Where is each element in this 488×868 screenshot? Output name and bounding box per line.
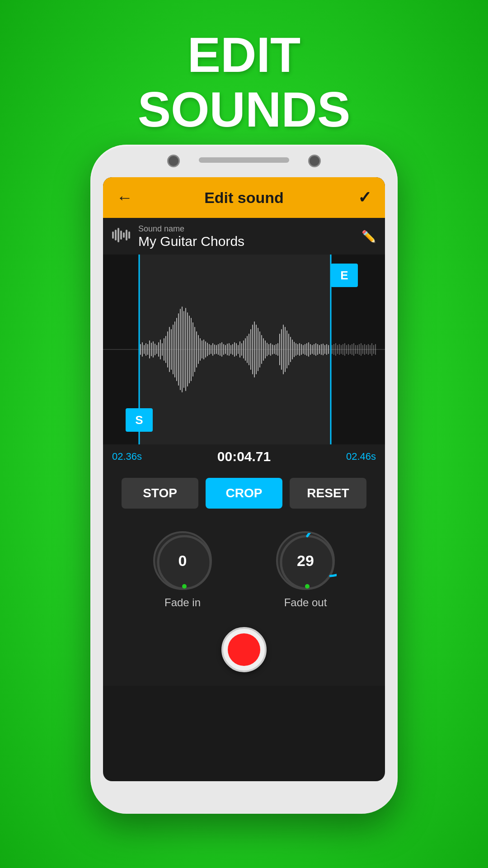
time-current: 00:04.71 <box>217 449 271 464</box>
svg-rect-56 <box>221 342 222 357</box>
svg-rect-47 <box>205 341 206 358</box>
svg-rect-62 <box>232 344 233 355</box>
svg-rect-115 <box>328 345 329 354</box>
svg-rect-106 <box>312 345 313 354</box>
svg-rect-102 <box>305 344 305 355</box>
svg-rect-70 <box>247 336 248 363</box>
record-button[interactable] <box>221 627 267 672</box>
svg-rect-86 <box>276 344 277 355</box>
svg-rect-33 <box>180 309 181 390</box>
svg-rect-91 <box>285 327 286 372</box>
svg-rect-139 <box>373 345 374 354</box>
svg-rect-81 <box>267 343 267 356</box>
svg-rect-88 <box>279 334 280 365</box>
svg-rect-5 <box>126 230 127 241</box>
svg-rect-94 <box>290 337 291 362</box>
svg-rect-85 <box>274 345 275 354</box>
confirm-button[interactable]: ✓ <box>358 188 371 207</box>
svg-rect-13 <box>144 345 145 354</box>
edit-name-button[interactable]: ✏️ <box>361 230 376 244</box>
svg-rect-135 <box>366 345 367 354</box>
svg-rect-95 <box>292 340 293 359</box>
crop-button[interactable]: CROP <box>206 478 282 509</box>
svg-rect-76 <box>258 328 258 371</box>
svg-rect-107 <box>314 344 314 355</box>
svg-rect-93 <box>288 334 289 365</box>
svg-rect-53 <box>216 345 217 354</box>
svg-rect-45 <box>202 340 202 359</box>
svg-rect-46 <box>203 340 204 359</box>
svg-rect-63 <box>234 342 235 357</box>
svg-rect-66 <box>239 341 240 358</box>
svg-rect-2 <box>117 228 119 242</box>
svg-rect-16 <box>149 340 150 359</box>
time-row: 02.36s 00:04.71 02.46s <box>103 444 385 469</box>
svg-rect-27 <box>169 327 170 372</box>
svg-rect-78 <box>261 335 262 364</box>
svg-rect-32 <box>178 313 179 386</box>
svg-point-149 <box>281 536 333 589</box>
fade-in-label: Fade in <box>164 596 201 609</box>
svg-rect-140 <box>375 344 376 355</box>
svg-rect-22 <box>160 340 161 359</box>
svg-rect-111 <box>321 344 322 355</box>
waveform-container: S E <box>103 255 385 444</box>
sound-name-label: Sound name <box>138 224 244 234</box>
svg-rect-123 <box>344 343 345 356</box>
svg-rect-108 <box>315 343 316 356</box>
time-end: 02.46s <box>346 451 376 462</box>
svg-rect-74 <box>254 321 255 377</box>
knobs-row: 0 Fade in 29 <box>103 518 385 618</box>
svg-rect-24 <box>164 338 164 361</box>
svg-rect-116 <box>332 345 333 354</box>
svg-rect-58 <box>225 345 226 354</box>
svg-text:S: S <box>135 413 143 427</box>
svg-rect-37 <box>187 312 188 387</box>
svg-rect-65 <box>238 345 239 354</box>
svg-rect-59 <box>227 344 228 355</box>
app-bar: ← Edit sound ✓ <box>103 177 385 218</box>
sound-name-info: Sound name My Guitar Chords <box>138 224 244 249</box>
svg-rect-100 <box>301 344 302 355</box>
svg-rect-128 <box>353 343 354 356</box>
svg-rect-99 <box>299 343 300 356</box>
phone-camera-left <box>167 155 180 167</box>
svg-rect-51 <box>212 343 213 356</box>
reset-button[interactable]: RESET <box>290 478 366 509</box>
svg-rect-124 <box>346 345 347 354</box>
fade-in-knob[interactable]: 0 <box>153 531 212 590</box>
svg-rect-69 <box>245 338 246 361</box>
svg-rect-15 <box>147 344 148 355</box>
svg-rect-121 <box>341 345 342 354</box>
stop-button[interactable]: STOP <box>122 478 198 509</box>
svg-rect-67 <box>241 343 242 356</box>
svg-rect-98 <box>297 344 298 355</box>
svg-rect-49 <box>209 344 210 355</box>
svg-rect-14 <box>145 343 146 356</box>
svg-rect-34 <box>182 307 183 392</box>
svg-rect-28 <box>171 329 172 370</box>
svg-rect-114 <box>326 344 327 355</box>
svg-rect-3 <box>120 231 122 240</box>
svg-rect-133 <box>362 345 363 354</box>
svg-rect-89 <box>281 329 282 370</box>
svg-rect-54 <box>218 344 219 355</box>
fade-out-knob[interactable]: 29 <box>276 531 335 590</box>
buttons-row: STOP CROP RESET <box>103 469 385 518</box>
fade-in-knob-container: 0 Fade in <box>153 531 212 609</box>
svg-rect-132 <box>361 343 361 356</box>
svg-rect-82 <box>268 344 269 355</box>
svg-rect-136 <box>368 344 369 355</box>
svg-rect-113 <box>324 345 325 354</box>
svg-point-150 <box>305 584 310 589</box>
svg-rect-64 <box>236 343 237 356</box>
svg-rect-105 <box>310 344 311 355</box>
svg-rect-38 <box>189 316 190 383</box>
svg-rect-134 <box>364 344 365 355</box>
svg-rect-29 <box>173 325 174 374</box>
record-button-inner <box>228 633 260 666</box>
svg-rect-131 <box>359 344 360 355</box>
svg-rect-68 <box>243 340 244 359</box>
back-button[interactable]: ← <box>117 188 133 207</box>
svg-rect-4 <box>123 232 125 238</box>
